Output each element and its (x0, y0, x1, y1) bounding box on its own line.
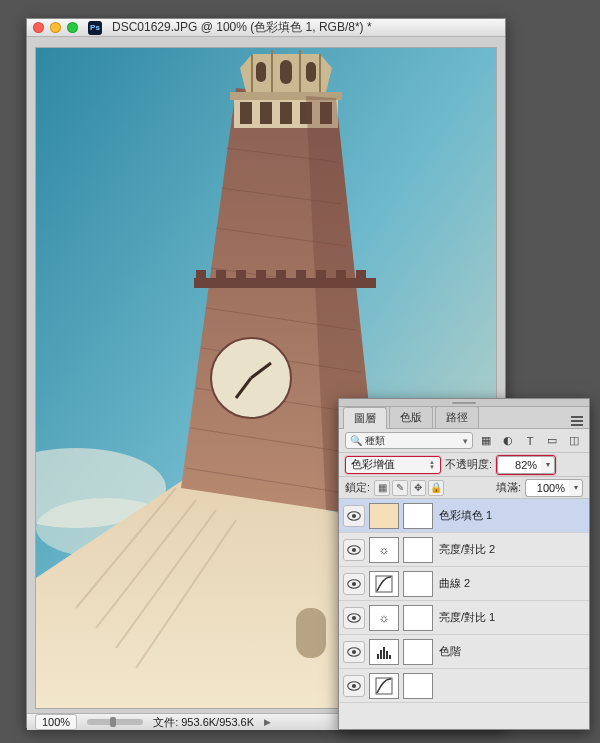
layer-name[interactable]: 亮度/對比 2 (439, 542, 495, 557)
lock-all-icon[interactable]: 🔒 (428, 480, 444, 496)
svg-rect-66 (389, 655, 391, 659)
svg-point-68 (352, 683, 356, 687)
svg-rect-22 (196, 270, 206, 284)
visibility-toggle[interactable] (343, 641, 365, 663)
opacity-dropdown-icon[interactable]: ▾ (541, 456, 555, 474)
layers-list: 色彩填色 1 ☼ 亮度/對比 2 曲線 2 ☼ (339, 499, 589, 729)
layer-row[interactable]: ☼ 亮度/對比 2 (339, 533, 589, 567)
svg-rect-49 (306, 62, 316, 82)
layer-name[interactable]: 色階 (439, 644, 461, 659)
layer-mask-thumb[interactable] (403, 605, 433, 631)
filter-shape-icon[interactable]: ▭ (543, 433, 561, 449)
layer-row[interactable]: 曲線 2 (339, 567, 589, 601)
filter-type-icon[interactable]: T (521, 433, 539, 449)
levels-icon (374, 642, 394, 662)
layer-thumb[interactable] (369, 673, 399, 699)
filter-row: 🔍 種類 ▾ ▦ ◐ T ▭ ◫ (339, 429, 589, 453)
svg-rect-26 (276, 270, 286, 284)
photoshop-badge-icon: Ps (88, 21, 102, 35)
layer-mask-thumb[interactable] (403, 639, 433, 665)
visibility-toggle[interactable] (343, 607, 365, 629)
lock-position-icon[interactable]: ✥ (410, 480, 426, 496)
zoom-traffic-light[interactable] (67, 22, 78, 33)
svg-point-56 (352, 581, 356, 585)
layer-row[interactable] (339, 669, 589, 703)
layer-mask-thumb[interactable] (403, 673, 433, 699)
layer-mask-thumb[interactable] (403, 571, 433, 597)
svg-rect-23 (216, 270, 226, 284)
eye-icon (347, 681, 361, 691)
svg-point-54 (352, 547, 356, 551)
lock-fill-row: 鎖定: ▦ ✎ ✥ 🔒 填滿: 100% ▾ (339, 477, 589, 499)
lock-label: 鎖定: (345, 480, 370, 495)
curves-icon (374, 574, 394, 594)
filter-adjustment-icon[interactable]: ◐ (499, 433, 517, 449)
zoom-slider[interactable] (87, 719, 143, 725)
brightness-contrast-icon: ☼ (379, 543, 390, 557)
layer-thumb[interactable]: ☼ (369, 605, 399, 631)
layer-thumb[interactable]: ☼ (369, 537, 399, 563)
svg-rect-47 (256, 62, 266, 82)
layer-thumb[interactable] (369, 503, 399, 529)
eye-icon (347, 545, 361, 555)
svg-rect-62 (377, 654, 379, 659)
eye-icon (347, 579, 361, 589)
visibility-toggle[interactable] (343, 573, 365, 595)
filter-smart-icon[interactable]: ◫ (565, 433, 583, 449)
svg-rect-39 (280, 102, 292, 124)
svg-rect-30 (356, 270, 366, 284)
svg-rect-64 (383, 647, 385, 659)
lock-pixels-icon[interactable]: ✎ (392, 480, 408, 496)
eye-icon (347, 613, 361, 623)
layer-name[interactable]: 亮度/對比 1 (439, 610, 495, 625)
panel-tabs: 圖層 色版 路徑 (339, 407, 589, 429)
svg-point-59 (352, 615, 356, 619)
fill-input[interactable]: 100% (525, 479, 569, 497)
layer-name[interactable]: 色彩填色 1 (439, 508, 492, 523)
minimize-traffic-light[interactable] (50, 22, 61, 33)
svg-point-52 (352, 513, 356, 517)
layer-row[interactable]: ☼ 亮度/對比 1 (339, 601, 589, 635)
opacity-input[interactable]: 82% (497, 456, 541, 474)
tab-paths[interactable]: 路徑 (435, 406, 479, 428)
svg-rect-48 (280, 60, 292, 84)
blend-mode-select[interactable]: 色彩增值 ▲▼ (345, 456, 441, 474)
svg-rect-38 (260, 102, 272, 124)
filter-pixel-icon[interactable]: ▦ (477, 433, 495, 449)
svg-rect-37 (240, 102, 252, 124)
visibility-toggle[interactable] (343, 675, 365, 697)
lock-icons: ▦ ✎ ✥ 🔒 (374, 480, 444, 496)
visibility-toggle[interactable] (343, 505, 365, 527)
svg-point-61 (352, 649, 356, 653)
fill-dropdown-icon[interactable]: ▾ (569, 479, 583, 497)
layer-filter-select[interactable]: 🔍 種類 ▾ (345, 432, 473, 449)
layer-mask-thumb[interactable] (403, 537, 433, 563)
layer-thumb[interactable] (369, 571, 399, 597)
file-info: 文件: 953.6K/953.6K (153, 715, 254, 730)
brightness-contrast-icon: ☼ (379, 611, 390, 625)
search-icon: 🔍 (350, 435, 362, 446)
svg-rect-63 (380, 650, 382, 659)
tab-channels[interactable]: 色版 (389, 406, 433, 428)
svg-rect-27 (296, 270, 306, 284)
opacity-label: 不透明度: (445, 457, 492, 472)
tab-layers[interactable]: 圖層 (343, 407, 387, 429)
fill-label: 填滿: (496, 480, 521, 495)
eye-icon (347, 647, 361, 657)
blend-opacity-row: 色彩增值 ▲▼ 不透明度: 82% ▾ (339, 453, 589, 477)
panel-menu-icon[interactable] (569, 414, 585, 428)
layer-name[interactable]: 曲線 2 (439, 576, 470, 591)
statusbar-flyout-icon[interactable]: ▶ (264, 717, 271, 727)
zoom-field[interactable]: 100% (35, 714, 77, 730)
layer-mask-thumb[interactable] (403, 503, 433, 529)
svg-rect-65 (386, 651, 388, 659)
svg-rect-8 (296, 608, 326, 658)
layer-row[interactable]: 色階 (339, 635, 589, 669)
layer-thumb[interactable] (369, 639, 399, 665)
lock-transparent-icon[interactable]: ▦ (374, 480, 390, 496)
layer-row[interactable]: 色彩填色 1 (339, 499, 589, 533)
document-title: DSC01629.JPG @ 100% (色彩填色 1, RGB/8*) * (112, 19, 372, 36)
close-traffic-light[interactable] (33, 22, 44, 33)
visibility-toggle[interactable] (343, 539, 365, 561)
blend-mode-value: 色彩增值 (351, 457, 395, 472)
